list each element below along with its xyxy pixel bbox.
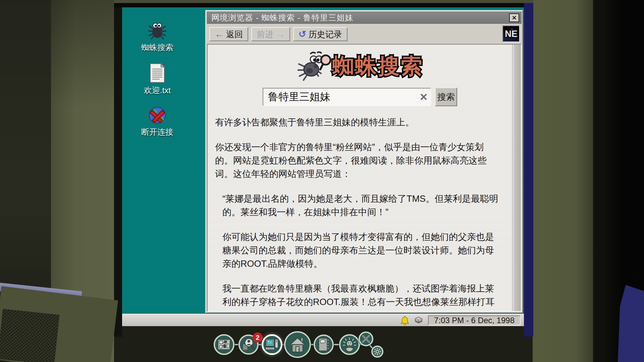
notification-bell-icon[interactable] <box>400 316 409 325</box>
paragraph: 有许多讣告都聚焦于鲁特里三姐妹的模特生涯上。 <box>215 116 500 129</box>
chair-left-weave-texture <box>0 309 59 362</box>
paragraph: 你还发现一个非官方的鲁特里“粉丝网站”，似乎是由一位青少女策划的。网站是霓虹粉色… <box>215 140 500 181</box>
back-button[interactable]: ← 返回 <box>209 27 248 41</box>
history-button-label: 历史记录 <box>309 29 342 40</box>
dock-notebook-button[interactable] <box>314 335 334 355</box>
desktop-icon-label: 断开连接 <box>141 127 173 137</box>
back-button-label: 返回 <box>226 29 243 40</box>
home-icon <box>289 336 306 353</box>
fan-site-quote: 你可能认为她们只是因为当了模特才变得富有的，但她们的父亲也是糖果公司的总裁，而她… <box>222 230 500 270</box>
monitor-right-side <box>533 0 594 362</box>
fan-site-quote: 我一直都在吃鲁特里糖果（我最喜欢枫糖脆），还试图学着海报上莱利的样子穿格子花纹的… <box>222 282 500 312</box>
window-title: 网境浏览器 - 蜘蛛搜索 - 鲁特里三姐妹 <box>211 12 509 23</box>
vertical-scrollbar[interactable] <box>512 45 521 311</box>
search-button[interactable]: 搜索 <box>435 87 457 106</box>
desktop-icon-spider-search[interactable]: 蜘蛛搜索 <box>139 21 176 53</box>
browser-page: 蜘蛛搜索 ✕ 搜索 有许多讣告都聚焦于鲁特里三姐妹的模特生涯上。 你还发现一个非… <box>207 44 522 312</box>
desktop-icon-disconnect[interactable]: 断开连接 <box>139 106 176 137</box>
dock-disabled-tool-button[interactable] <box>359 331 373 346</box>
monitor-bezel-top-outer <box>114 0 533 3</box>
monitor-bezel-right <box>524 3 533 337</box>
browser-window: 网境浏览器 - 蜘蛛搜索 - 鲁特里三姐妹 ✕ ← 返回 前进 → ↺ 历史记录… <box>205 10 523 313</box>
spider-search-logo: 蜘蛛搜索 <box>208 49 512 83</box>
notification-badge: 2 <box>253 333 263 343</box>
forward-button[interactable]: 前进 → <box>251 27 290 41</box>
logo-title-text: 蜘蛛搜索 <box>332 52 424 81</box>
search-input[interactable] <box>263 91 417 103</box>
game-room-scene: 蜘蛛搜索 欢迎.txt <box>0 0 644 362</box>
search-box: ✕ <box>263 88 431 106</box>
browser-toolbar: ← 返回 前进 → ↺ 历史记录 NE <box>206 25 523 44</box>
dock-home-button[interactable] <box>284 331 311 358</box>
search-row: ✕ 搜索 <box>208 87 512 106</box>
spider-icon <box>147 21 168 40</box>
gear-icon <box>373 348 381 356</box>
monitor-screen-shadow <box>114 0 122 337</box>
dock-evidence-board-button[interactable] <box>214 334 234 355</box>
dock-research-button[interactable]: 2 <box>238 335 259 355</box>
window-close-button[interactable]: ✕ <box>509 13 519 22</box>
desktop-icon-welcome-txt[interactable]: 欢迎.txt <box>139 63 176 96</box>
ne-throbber-logo: NE <box>502 25 520 42</box>
text-file-icon <box>149 63 166 83</box>
evidence-board-icon <box>218 339 230 350</box>
back-arrow-icon: ← <box>215 29 224 40</box>
fan-site-quote: “莱娜是最出名的，因为她是老大，而且嫁给了TMS。但莱利是最聪明的。莱丝和我一样… <box>222 192 500 219</box>
history-icon: ↺ <box>299 29 306 40</box>
dock-settings-button[interactable] <box>371 346 383 358</box>
clear-search-icon[interactable]: ✕ <box>417 91 430 103</box>
spider-mascot-icon <box>296 50 331 82</box>
duck-idea-icon <box>342 337 357 352</box>
globe-disconnect-icon <box>148 106 167 125</box>
desktop-icon-label: 蜘蛛搜索 <box>141 42 173 53</box>
crt-screen: 蜘蛛搜索 欢迎.txt <box>122 7 524 326</box>
notebook-icon <box>318 338 330 352</box>
page-body: 蜘蛛搜索 ✕ 搜索 有许多讣告都聚焦于鲁特里三姐妹的模特生涯上。 你还发现一个非… <box>208 45 512 311</box>
forward-button-label: 前进 <box>257 29 273 40</box>
taskbar-clock[interactable]: 7:03 PM - 6 Dec, 1998 <box>428 315 521 325</box>
desktop-icon-column: 蜘蛛搜索 欢迎.txt <box>139 21 176 137</box>
forward-arrow-icon: → <box>276 29 285 40</box>
monitor-bezel-top <box>114 3 533 7</box>
desktop-icon-label: 欢迎.txt <box>144 85 171 96</box>
window-titlebar[interactable]: 网境浏览器 - 蜘蛛搜索 - 鲁特里三姐妹 ✕ <box>207 12 522 24</box>
crossed-out-icon <box>361 334 371 344</box>
dock-computer-button[interactable] <box>262 334 282 355</box>
os-taskbar: 7:03 PM - 6 Dec, 1998 <box>122 314 524 326</box>
dock-hint-duck-button[interactable] <box>339 334 360 355</box>
computer-icon <box>265 339 279 351</box>
search-results-text: 有许多讣告都聚焦于鲁特里三姐妹的模特生涯上。 你还发现一个非官方的鲁特里“粉丝网… <box>215 116 500 312</box>
printer-icon[interactable] <box>413 316 424 325</box>
history-button[interactable]: ↺ 历史记录 <box>293 27 347 41</box>
